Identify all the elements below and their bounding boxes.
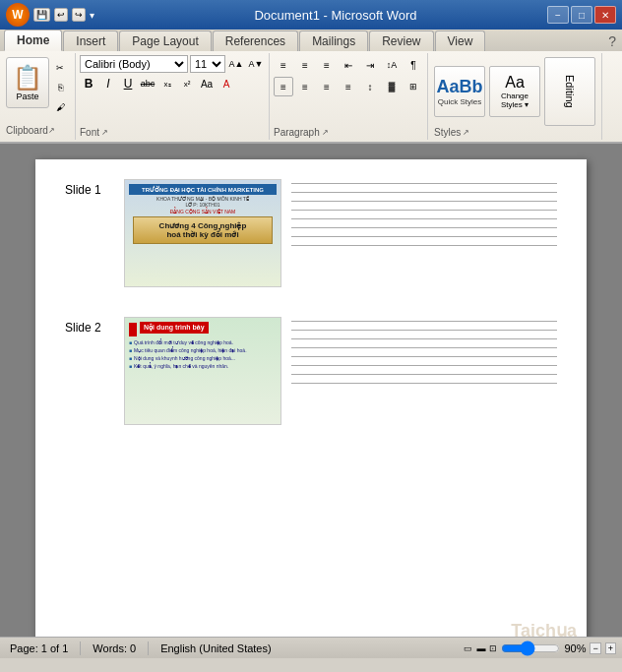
note-line: [291, 321, 557, 322]
tab-review[interactable]: Review: [369, 31, 433, 51]
increase-font-btn[interactable]: A▲: [227, 55, 245, 73]
align-right-button[interactable]: ≡: [317, 77, 337, 96]
save-quick-btn[interactable]: 💾: [33, 8, 50, 22]
para-row-1: ≡ ≡ ≡ ⇤ ⇥ ↕A ¶: [274, 55, 423, 75]
align-left-button[interactable]: ≡: [274, 77, 293, 96]
zoom-out-button[interactable]: −: [590, 642, 600, 654]
show-marks-button[interactable]: ¶: [404, 55, 423, 75]
minimize-button[interactable]: −: [547, 6, 569, 24]
paste-button[interactable]: 📋 Paste: [6, 57, 49, 108]
bullets-button[interactable]: ≡: [274, 55, 293, 75]
slide-1-party: ĐẢNG CỘNG SẢN VIỆT NAM: [129, 209, 277, 214]
line-spacing-button[interactable]: ↕: [360, 77, 380, 96]
font-size-select[interactable]: 11: [190, 55, 225, 73]
subscript-button[interactable]: x₂: [158, 75, 176, 92]
para-row-2: ≡ ≡ ≡ ≡ ↕ ▓ ⊞: [274, 77, 423, 96]
clipboard-group: 📋 Paste ✂ ⎘ 🖌 Clipboard ↗: [0, 53, 76, 140]
font-group: Calibri (Body) 11 A▲ A▼ B I U abc x₂ x² …: [76, 53, 270, 140]
decrease-font-btn[interactable]: A▼: [247, 55, 265, 73]
note-line: [291, 338, 557, 339]
shading-button[interactable]: ▓: [382, 77, 402, 96]
page-count: Page: 1 of 1: [6, 642, 72, 654]
underline-button[interactable]: U: [119, 75, 137, 92]
tab-insert[interactable]: Insert: [63, 31, 118, 51]
multilevel-button[interactable]: ≡: [317, 55, 337, 75]
note-line: [291, 365, 557, 366]
window-controls: − □ ✕: [547, 6, 616, 24]
slide-1-content: TRƯỜNG ĐẠI HỌC TÀI CHÍNH MARKETING KHOA …: [125, 180, 280, 286]
align-center-button[interactable]: ≡: [295, 77, 315, 96]
bullet-icon: ■: [129, 339, 132, 345]
note-line: [291, 227, 557, 228]
borders-button[interactable]: ⊞: [404, 77, 423, 96]
strikethrough-button[interactable]: abc: [139, 75, 156, 92]
superscript-button[interactable]: x²: [178, 75, 196, 92]
tab-view[interactable]: View: [435, 31, 486, 51]
slide-1-thumbnail[interactable]: TRƯỜNG ĐẠI HỌC TÀI CHÍNH MARKETING KHOA …: [124, 179, 281, 287]
view-print-btn[interactable]: ▬: [476, 643, 485, 653]
tab-mailings[interactable]: Mailings: [299, 31, 368, 51]
editing-button[interactable]: Editing: [544, 57, 595, 126]
close-button[interactable]: ✕: [594, 6, 616, 24]
slide-2-label: Slide 2: [65, 317, 114, 335]
italic-button[interactable]: I: [99, 75, 117, 92]
status-right: ▭ ▬ ⊡ 90% − +: [464, 642, 616, 654]
dropdown-arrow-icon[interactable]: ▾: [90, 10, 94, 21]
tab-home[interactable]: Home: [4, 30, 62, 51]
copy-button[interactable]: ⎘: [51, 79, 69, 96]
slide-1-notes: [291, 179, 557, 246]
justify-button[interactable]: ≡: [339, 77, 358, 96]
note-line: [291, 210, 557, 211]
bold-button[interactable]: B: [80, 75, 97, 92]
ribbon: 📋 Paste ✂ ⎘ 🖌 Clipboard ↗ Calibri (Body)…: [0, 51, 622, 144]
font-color-button[interactable]: A: [218, 75, 235, 92]
window-title: Document1 - Microsoft Word: [124, 8, 547, 23]
font-group-label: Font ↗: [80, 127, 265, 138]
slide-2-thumbnail[interactable]: Nội dung trình bày ■ Quá trình đổi mới t…: [124, 317, 281, 425]
slide-1-title-box: Chương 4 Công nghiệp hoá thời kỳ đổi mới: [133, 216, 273, 244]
zoom-in-button[interactable]: +: [605, 642, 616, 654]
tab-page-layout[interactable]: Page Layout: [119, 31, 211, 51]
help-icon[interactable]: ?: [602, 31, 622, 51]
note-line: [291, 347, 557, 348]
paste-label: Paste: [16, 92, 38, 101]
sort-button[interactable]: ↕A: [382, 55, 402, 75]
change-styles-button[interactable]: Aa ChangeStyles ▾: [489, 66, 540, 117]
slide-2-notes: [291, 317, 557, 384]
font-row-2: B I U abc x₂ x² Aa A: [80, 75, 265, 92]
document-area[interactable]: Slide 1 TRƯỜNG ĐẠI HỌC TÀI CHÍNH MARKETI…: [0, 144, 622, 637]
undo-quick-btn[interactable]: ↩: [54, 8, 68, 22]
quick-styles-button[interactable]: AaBb Quick Styles: [434, 66, 485, 117]
clipboard-actions: ✂ ⎘ 🖌: [51, 59, 69, 116]
clear-format-button[interactable]: Aa: [198, 75, 216, 92]
title-bar: W 💾 ↩ ↪ ▾ Document1 - Microsoft Word − □…: [0, 0, 622, 30]
paste-icon: 📋: [13, 64, 42, 92]
view-normal-btn[interactable]: ▭: [464, 643, 472, 653]
office-logo-icon[interactable]: W: [6, 3, 30, 27]
view-web-btn[interactable]: ⊡: [489, 643, 497, 653]
maximize-button[interactable]: □: [571, 6, 592, 24]
styles-expand-icon[interactable]: ↗: [463, 128, 469, 137]
increase-indent-button[interactable]: ⇥: [360, 55, 380, 75]
font-expand-icon[interactable]: ↗: [101, 128, 108, 137]
cut-button[interactable]: ✂: [51, 59, 69, 77]
slide-2-bullet-4: ■ Kết quả, ý nghĩa, hạn chế và nguyên nh…: [129, 362, 277, 370]
redo-quick-btn[interactable]: ↪: [72, 8, 86, 22]
numbering-button[interactable]: ≡: [295, 55, 315, 75]
paragraph-expand-icon[interactable]: ↗: [322, 128, 329, 137]
paragraph-group: ≡ ≡ ≡ ⇤ ⇥ ↕A ¶ ≡ ≡ ≡ ≡ ↕ ▓ ⊞ Paragraph ↗: [270, 53, 428, 140]
slide-2-bullet-1: ■ Quá trình đổi mới tư duy về công nghiệ…: [129, 338, 277, 346]
slide-1-row: Slide 1 TRƯỜNG ĐẠI HỌC TÀI CHÍNH MARKETI…: [65, 179, 557, 287]
bullet-icon: ■: [129, 347, 132, 353]
font-family-select[interactable]: Calibri (Body): [80, 55, 188, 73]
slide-2-bullet-3: ■ Nội dung và khuynh hướng công nghiệp h…: [129, 354, 277, 362]
tab-references[interactable]: References: [213, 31, 298, 51]
document-page: Slide 1 TRƯỜNG ĐẠI HỌC TÀI CHÍNH MARKETI…: [35, 159, 587, 637]
change-styles-label: ChangeStyles ▾: [501, 92, 529, 109]
decrease-indent-button[interactable]: ⇤: [339, 55, 358, 75]
clipboard-expand-icon[interactable]: ↗: [48, 126, 55, 135]
slide-2-header: Nội dung trình bày: [140, 322, 209, 334]
title-bar-left: W 💾 ↩ ↪ ▾: [6, 3, 124, 27]
format-painter-button[interactable]: 🖌: [51, 98, 69, 116]
zoom-slider[interactable]: [501, 643, 560, 653]
